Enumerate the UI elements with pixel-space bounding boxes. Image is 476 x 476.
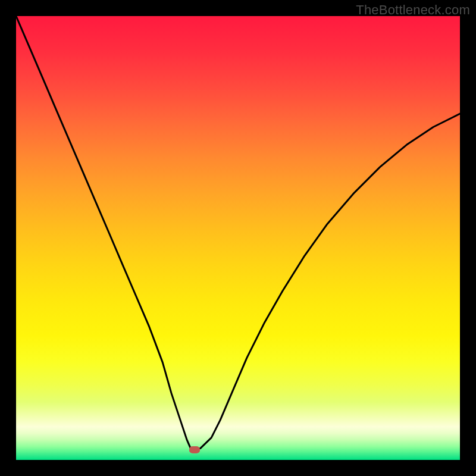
curve-svg [16,16,460,460]
plot-area [16,16,460,460]
chart-frame: TheBottleneck.com [0,0,476,476]
optimum-marker [189,446,200,453]
watermark-text: TheBottleneck.com [356,2,470,18]
bottleneck-curve [16,16,460,450]
